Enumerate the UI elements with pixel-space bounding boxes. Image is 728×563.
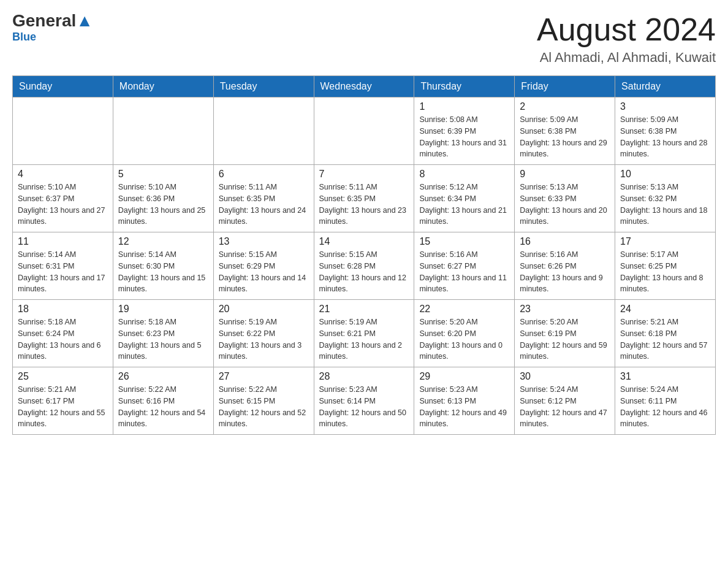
calendar-week-1: 1Sunrise: 5:08 AMSunset: 6:39 PMDaylight… <box>13 98 716 165</box>
calendar-week-3: 11Sunrise: 5:14 AMSunset: 6:31 PMDayligh… <box>13 232 716 300</box>
day-number: 5 <box>118 169 208 180</box>
calendar-cell: 16Sunrise: 5:16 AMSunset: 6:26 PMDayligh… <box>515 232 615 300</box>
title-block: August 2024 Al Ahmadi, Al Ahmadi, Kuwait <box>537 12 716 66</box>
day-info: Sunrise: 5:13 AMSunset: 6:33 PMDaylight:… <box>520 182 610 228</box>
calendar-cell <box>213 98 314 165</box>
day-info: Sunrise: 5:15 AMSunset: 6:28 PMDaylight:… <box>319 249 409 295</box>
day-number: 12 <box>118 236 208 247</box>
calendar-cell: 15Sunrise: 5:16 AMSunset: 6:27 PMDayligh… <box>414 232 515 300</box>
calendar-cell: 9Sunrise: 5:13 AMSunset: 6:33 PMDaylight… <box>515 165 615 232</box>
page-header: General▲ Blue August 2024 Al Ahmadi, Al … <box>12 12 716 66</box>
day-info: Sunrise: 5:16 AMSunset: 6:26 PMDaylight:… <box>520 249 610 295</box>
logo-sub: Blue <box>12 31 36 44</box>
day-number: 17 <box>620 236 710 247</box>
page-subtitle: Al Ahmadi, Al Ahmadi, Kuwait <box>537 50 716 66</box>
day-number: 11 <box>18 236 108 247</box>
day-info: Sunrise: 5:13 AMSunset: 6:32 PMDaylight:… <box>620 182 710 228</box>
day-info: Sunrise: 5:22 AMSunset: 6:15 PMDaylight:… <box>219 384 309 430</box>
day-info: Sunrise: 5:21 AMSunset: 6:17 PMDaylight:… <box>18 384 108 430</box>
calendar-cell: 12Sunrise: 5:14 AMSunset: 6:30 PMDayligh… <box>113 232 213 300</box>
calendar-cell: 25Sunrise: 5:21 AMSunset: 6:17 PMDayligh… <box>13 367 113 435</box>
day-number: 13 <box>219 236 309 247</box>
calendar-week-5: 25Sunrise: 5:21 AMSunset: 6:17 PMDayligh… <box>13 367 716 435</box>
weekday-header-wednesday: Wednesday <box>314 76 414 98</box>
day-number: 29 <box>419 371 509 382</box>
calendar-cell: 27Sunrise: 5:22 AMSunset: 6:15 PMDayligh… <box>213 367 314 435</box>
day-number: 10 <box>620 169 710 180</box>
day-number: 25 <box>18 371 108 382</box>
day-number: 3 <box>620 101 710 112</box>
day-number: 22 <box>419 304 509 315</box>
day-number: 7 <box>319 169 409 180</box>
day-number: 8 <box>419 169 509 180</box>
day-info: Sunrise: 5:11 AMSunset: 6:35 PMDaylight:… <box>219 182 309 228</box>
day-number: 20 <box>219 304 309 315</box>
day-info: Sunrise: 5:12 AMSunset: 6:34 PMDaylight:… <box>419 182 509 228</box>
calendar-cell: 18Sunrise: 5:18 AMSunset: 6:24 PMDayligh… <box>13 300 113 367</box>
calendar-cell: 3Sunrise: 5:09 AMSunset: 6:38 PMDaylight… <box>615 98 716 165</box>
day-info: Sunrise: 5:20 AMSunset: 6:20 PMDaylight:… <box>419 316 509 362</box>
calendar-cell: 29Sunrise: 5:23 AMSunset: 6:13 PMDayligh… <box>414 367 515 435</box>
calendar-week-2: 4Sunrise: 5:10 AMSunset: 6:37 PMDaylight… <box>13 165 716 232</box>
calendar-table: SundayMondayTuesdayWednesdayThursdayFrid… <box>12 75 716 435</box>
day-number: 19 <box>118 304 208 315</box>
calendar-cell: 31Sunrise: 5:24 AMSunset: 6:11 PMDayligh… <box>615 367 716 435</box>
day-number: 1 <box>419 101 509 112</box>
day-info: Sunrise: 5:17 AMSunset: 6:25 PMDaylight:… <box>620 249 710 295</box>
day-info: Sunrise: 5:16 AMSunset: 6:27 PMDaylight:… <box>419 249 509 295</box>
day-info: Sunrise: 5:14 AMSunset: 6:31 PMDaylight:… <box>18 249 108 295</box>
logo-text: General▲ <box>12 12 93 29</box>
day-info: Sunrise: 5:09 AMSunset: 6:38 PMDaylight:… <box>520 114 610 160</box>
calendar-cell: 5Sunrise: 5:10 AMSunset: 6:36 PMDaylight… <box>113 165 213 232</box>
calendar-cell: 21Sunrise: 5:19 AMSunset: 6:21 PMDayligh… <box>314 300 414 367</box>
day-number: 6 <box>219 169 309 180</box>
day-info: Sunrise: 5:15 AMSunset: 6:29 PMDaylight:… <box>219 249 309 295</box>
calendar-cell <box>13 98 113 165</box>
calendar-cell: 28Sunrise: 5:23 AMSunset: 6:14 PMDayligh… <box>314 367 414 435</box>
calendar-cell: 14Sunrise: 5:15 AMSunset: 6:28 PMDayligh… <box>314 232 414 300</box>
weekday-header-saturday: Saturday <box>615 76 716 98</box>
calendar-cell: 19Sunrise: 5:18 AMSunset: 6:23 PMDayligh… <box>113 300 213 367</box>
calendar-cell: 26Sunrise: 5:22 AMSunset: 6:16 PMDayligh… <box>113 367 213 435</box>
calendar-cell: 11Sunrise: 5:14 AMSunset: 6:31 PMDayligh… <box>13 232 113 300</box>
calendar-cell: 2Sunrise: 5:09 AMSunset: 6:38 PMDaylight… <box>515 98 615 165</box>
day-info: Sunrise: 5:22 AMSunset: 6:16 PMDaylight:… <box>118 384 208 430</box>
day-number: 21 <box>319 304 409 315</box>
day-number: 18 <box>18 304 108 315</box>
calendar-week-4: 18Sunrise: 5:18 AMSunset: 6:24 PMDayligh… <box>13 300 716 367</box>
day-number: 24 <box>620 304 710 315</box>
calendar-cell <box>314 98 414 165</box>
day-info: Sunrise: 5:23 AMSunset: 6:13 PMDaylight:… <box>419 384 509 430</box>
calendar-cell: 1Sunrise: 5:08 AMSunset: 6:39 PMDaylight… <box>414 98 515 165</box>
day-number: 15 <box>419 236 509 247</box>
day-info: Sunrise: 5:08 AMSunset: 6:39 PMDaylight:… <box>419 114 509 160</box>
day-info: Sunrise: 5:18 AMSunset: 6:24 PMDaylight:… <box>18 316 108 362</box>
calendar-cell: 23Sunrise: 5:20 AMSunset: 6:19 PMDayligh… <box>515 300 615 367</box>
calendar-cell: 17Sunrise: 5:17 AMSunset: 6:25 PMDayligh… <box>615 232 716 300</box>
day-number: 2 <box>520 101 610 112</box>
day-number: 28 <box>319 371 409 382</box>
day-info: Sunrise: 5:10 AMSunset: 6:37 PMDaylight:… <box>18 182 108 228</box>
day-info: Sunrise: 5:18 AMSunset: 6:23 PMDaylight:… <box>118 316 208 362</box>
weekday-header-monday: Monday <box>113 76 213 98</box>
weekday-header-sunday: Sunday <box>13 76 113 98</box>
calendar-cell: 10Sunrise: 5:13 AMSunset: 6:32 PMDayligh… <box>615 165 716 232</box>
day-info: Sunrise: 5:19 AMSunset: 6:21 PMDaylight:… <box>319 316 409 362</box>
calendar-cell: 20Sunrise: 5:19 AMSunset: 6:22 PMDayligh… <box>213 300 314 367</box>
calendar-cell: 22Sunrise: 5:20 AMSunset: 6:20 PMDayligh… <box>414 300 515 367</box>
day-number: 9 <box>520 169 610 180</box>
page-title: August 2024 <box>537 12 716 47</box>
calendar-cell: 7Sunrise: 5:11 AMSunset: 6:35 PMDaylight… <box>314 165 414 232</box>
logo: General▲ Blue <box>12 12 93 44</box>
day-info: Sunrise: 5:24 AMSunset: 6:12 PMDaylight:… <box>520 384 610 430</box>
calendar-cell: 8Sunrise: 5:12 AMSunset: 6:34 PMDaylight… <box>414 165 515 232</box>
day-info: Sunrise: 5:24 AMSunset: 6:11 PMDaylight:… <box>620 384 710 430</box>
day-number: 16 <box>520 236 610 247</box>
calendar-cell <box>113 98 213 165</box>
day-number: 23 <box>520 304 610 315</box>
day-info: Sunrise: 5:09 AMSunset: 6:38 PMDaylight:… <box>620 114 710 160</box>
day-info: Sunrise: 5:11 AMSunset: 6:35 PMDaylight:… <box>319 182 409 228</box>
calendar-cell: 13Sunrise: 5:15 AMSunset: 6:29 PMDayligh… <box>213 232 314 300</box>
day-info: Sunrise: 5:14 AMSunset: 6:30 PMDaylight:… <box>118 249 208 295</box>
day-info: Sunrise: 5:19 AMSunset: 6:22 PMDaylight:… <box>219 316 309 362</box>
